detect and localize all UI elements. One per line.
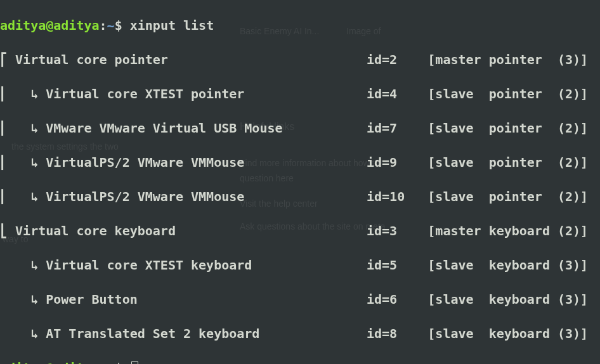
output-line: ⎡ Virtual core pointer id=2 [master poin…: [0, 51, 600, 68]
output-line: ↳ AT Translated Set 2 keyboard id=8 [sla…: [0, 325, 600, 342]
terminal-output[interactable]: aditya@aditya:~$ xinput list ⎡ Virtual c…: [0, 0, 600, 364]
output-line: ⎣ Virtual core keyboard id=3 [master key…: [0, 223, 600, 240]
prompt-colon: :: [100, 360, 107, 364]
prompt-dollar: $: [115, 360, 130, 364]
prompt-colon: :: [100, 18, 107, 33]
prompt-dollar: $: [115, 18, 130, 33]
prompt-line: aditya@aditya:~$ xinput list: [0, 17, 600, 34]
prompt-line: aditya@aditya:~$: [0, 360, 600, 364]
prompt-path: ~: [107, 360, 115, 364]
output-line: ↳ Virtual core XTEST keyboard id=5 [slav…: [0, 257, 600, 274]
prompt-user: aditya@aditya: [0, 360, 100, 364]
prompt-path: ~: [107, 18, 115, 33]
command-text: xinput list: [130, 18, 214, 33]
cursor-icon: [131, 361, 138, 364]
output-line: ⎜ ↳ VirtualPS/2 VMware VMMouse id=10 [sl…: [0, 188, 600, 205]
output-line: ⎜ ↳ Virtual core XTEST pointer id=4 [sla…: [0, 86, 600, 103]
prompt-user: aditya@aditya: [0, 18, 100, 33]
output-line: ↳ Power Button id=6 [slave keyboard (3)]: [0, 291, 600, 308]
output-line: ⎜ ↳ VirtualPS/2 VMware VMMouse id=9 [sla…: [0, 154, 600, 171]
output-line: ⎜ ↳ VMware VMware Virtual USB Mouse id=7…: [0, 120, 600, 137]
